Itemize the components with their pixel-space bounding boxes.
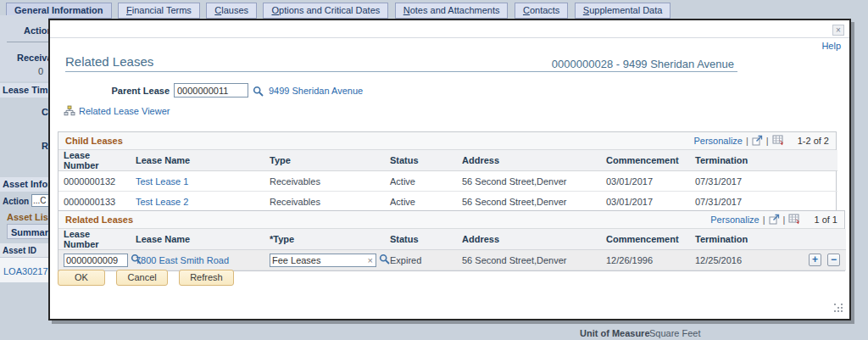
- cell-address: 56 Second Street,Denver: [457, 192, 601, 212]
- download-grid-icon[interactable]: [772, 135, 784, 148]
- download-grid-icon[interactable]: [788, 214, 800, 226]
- cell-type: Receivables: [264, 192, 385, 212]
- column-header-add: [808, 229, 826, 250]
- lease-type-input[interactable]: [270, 254, 376, 267]
- tab-notes-and-attachments[interactable]: Notes and Attachments: [395, 3, 509, 19]
- cancel-button[interactable]: Cancel: [116, 270, 167, 286]
- cell-commencement: 12/26/1996: [601, 250, 690, 270]
- tab-clauses[interactable]: Clauses: [206, 3, 257, 19]
- child-leases-grid-titlebar: Child Leases Personalize | | 1-2 of 2: [58, 132, 836, 150]
- lease-name-link[interactable]: 7800 East Smith Road: [136, 255, 229, 265]
- lease-type-lookup-icon[interactable]: [379, 254, 390, 266]
- related-leases-grid-title: Related Leases: [65, 215, 133, 225]
- column-header-termination: Termination: [690, 229, 808, 250]
- column-header-lease-name: Lease Name: [131, 150, 264, 171]
- cell-status: Active: [385, 171, 457, 192]
- column-header-commencement: Commencement: [601, 229, 690, 250]
- cell-lease-number: [58, 250, 131, 270]
- lease-name-link[interactable]: Test Lease 2: [136, 197, 188, 207]
- column-header-type: *Type: [264, 229, 385, 250]
- cell-add-row: +: [808, 250, 826, 270]
- asset-action-label: Action: [3, 197, 29, 206]
- commencement-label-fragment: C: [42, 107, 48, 117]
- ok-button[interactable]: OK: [58, 270, 105, 286]
- receivable-label: Receiva: [17, 53, 53, 63]
- column-header-lease-name: Lease Name: [131, 229, 264, 250]
- asset-id-link[interactable]: LOA30217: [3, 266, 48, 276]
- r-label-fragment: R: [42, 141, 48, 151]
- child-leases-table: Lease Number Lease Name Type Status Addr…: [58, 150, 837, 212]
- separator: |: [763, 215, 765, 225]
- child-leases-grid-controls: Personalize | | 1-2 of 2: [693, 135, 829, 148]
- child-leases-grid-title: Child Leases: [65, 136, 123, 146]
- column-header-lease-number: Lease Number: [58, 229, 131, 250]
- column-header-termination: Termination: [690, 150, 837, 171]
- cell-termination: 12/25/2016: [690, 250, 808, 270]
- receivable-value: 0: [38, 66, 43, 76]
- clear-input-icon[interactable]: ×: [368, 254, 373, 266]
- lease-name-link[interactable]: Test Lease 1: [136, 176, 188, 187]
- close-icon[interactable]: ×: [832, 25, 844, 36]
- add-row-button[interactable]: +: [809, 254, 821, 266]
- lease-context-label: 0000000028 - 9499 Sheridan Avenue: [552, 58, 734, 70]
- cell-termination: 07/31/2017: [690, 192, 837, 212]
- tab-contacts[interactable]: Contacts: [515, 3, 568, 19]
- cell-commencement: 03/01/2017: [601, 171, 690, 192]
- column-header-status: Status: [385, 150, 457, 171]
- tab-options-and-critical-dates[interactable]: Options and Critical Dates: [263, 3, 388, 19]
- asset-id-column-header: Asset ID: [3, 246, 36, 255]
- separator: |: [746, 136, 748, 146]
- related-leases-grid-controls: Personalize | | 1 of 1: [710, 214, 837, 226]
- separator: |: [766, 136, 769, 146]
- page: General Information Financial Terms Clau…: [0, 0, 868, 340]
- cell-address: 56 Second Street,Denver: [457, 171, 601, 192]
- child-personalize-link[interactable]: Personalize: [693, 136, 742, 146]
- cell-type: Receivables: [264, 171, 385, 192]
- help-link[interactable]: Help: [821, 41, 841, 51]
- column-header-remove: [826, 229, 846, 250]
- related-lease-viewer-link[interactable]: Related Lease Viewer: [79, 106, 170, 116]
- table-row: 7800 East Smith Road × Expired 56 Second…: [58, 250, 846, 270]
- cell-remove-row: −: [826, 250, 846, 270]
- column-header-commencement: Commencement: [601, 150, 690, 171]
- remove-row-button[interactable]: −: [827, 254, 840, 266]
- page-title: Related Leases: [65, 54, 153, 69]
- parent-lease-label: Parent Lease: [50, 86, 170, 96]
- asset-info-header: Asset Infor: [3, 179, 51, 189]
- resize-grip[interactable]: [834, 304, 844, 314]
- cell-lease-name: Test Lease 2: [131, 192, 264, 212]
- zoom-grid-icon[interactable]: [752, 135, 763, 148]
- related-personalize-link[interactable]: Personalize: [710, 215, 759, 225]
- lease-term-header: Lease Tim: [3, 85, 48, 95]
- cell-commencement: 03/01/2017: [601, 192, 690, 212]
- related-lease-number-input[interactable]: [64, 254, 128, 267]
- parent-lease-lookup-icon[interactable]: [253, 85, 264, 100]
- cell-status: Expired: [385, 250, 457, 270]
- refresh-button[interactable]: Refresh: [179, 270, 234, 286]
- related-lease-viewer-icon: [64, 104, 75, 120]
- column-header-status: Status: [385, 229, 457, 250]
- table-row: 0000000133 Test Lease 2 Receivables Acti…: [58, 192, 837, 212]
- cell-lease-name: 7800 East Smith Road: [131, 250, 264, 270]
- cell-status: Active: [385, 192, 457, 212]
- column-header-lease-number: Lease Number: [58, 150, 131, 171]
- tab-summary[interactable]: Summary: [11, 227, 53, 237]
- modal-footer: OK Cancel Refresh: [58, 269, 242, 286]
- table-row: 0000000132 Test Lease 1 Receivables Acti…: [58, 171, 837, 192]
- separator: |: [783, 215, 786, 225]
- tab-financial-terms[interactable]: Financial Terms: [118, 3, 200, 19]
- child-grid-row-count: 1-2 of 2: [798, 136, 829, 146]
- title-underline: [65, 71, 737, 72]
- asset-list-header: Asset Lis: [7, 212, 48, 222]
- divider: [7, 42, 48, 42]
- parent-lease-input[interactable]: [174, 83, 248, 98]
- zoom-grid-icon[interactable]: [769, 214, 780, 226]
- tab-supplemental-data[interactable]: Supplemental Data: [575, 3, 671, 19]
- cell-address: 56 Second Street,Denver: [457, 250, 601, 270]
- cell-lease-number: 0000000133: [58, 192, 131, 212]
- parent-lease-name-link[interactable]: 9499 Sheridan Avenue: [269, 86, 363, 96]
- child-leases-grid: Child Leases Personalize | | 1-2 of 2: [58, 131, 837, 213]
- related-leases-grid: Related Leases Personalize | | 1 of 1: [58, 210, 845, 271]
- modal-header-divider: [50, 37, 849, 38]
- cell-termination: 07/31/2017: [690, 171, 837, 192]
